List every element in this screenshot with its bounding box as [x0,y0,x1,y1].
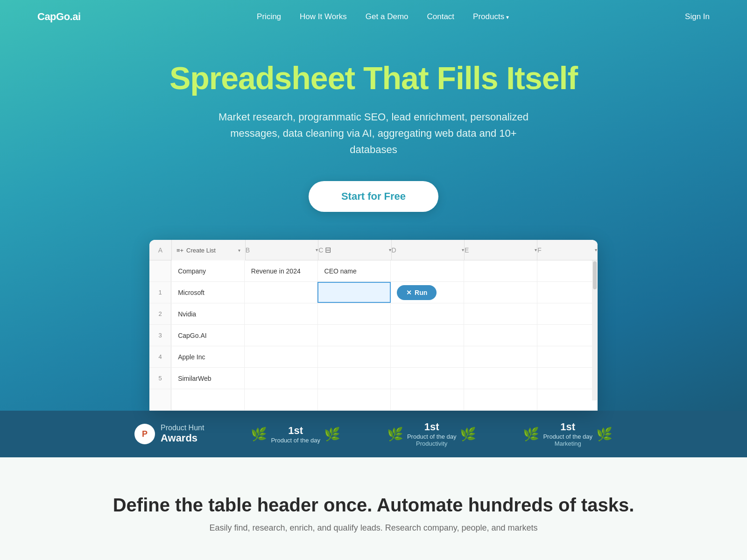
laurel-right-2: 🌿 [460,427,476,442]
award-info-2: 1st Product of the day Productivity [407,421,457,447]
row-num-4: 4 [149,346,171,367]
cell-2-f[interactable] [537,303,598,324]
cell-1-company[interactable]: Microsoft [171,282,245,303]
cell-3-ceo[interactable] [318,325,391,346]
row-label-header [149,260,171,281]
ceo-header-label: CEO name [324,267,357,275]
nav-links: Pricing How It Works Get a Demo Contact … [257,12,508,21]
award-rank-3: 1st [543,421,592,433]
logo[interactable]: CapGo.ai [37,11,81,23]
cell-2-ceo[interactable] [318,303,391,324]
company-header-label: Company [178,267,206,275]
award-label-3: Product of the day [543,433,592,440]
table-row: 5 SimilarWeb [149,368,598,389]
cell-2-revenue[interactable] [245,303,318,324]
cell-5-d[interactable] [391,368,464,389]
cell-1-revenue[interactable] [245,282,318,303]
col-d-dropdown-icon: ▾ [462,247,464,252]
cell-5-ceo[interactable] [318,368,391,389]
award-label-2: Product of the day [407,433,457,440]
award-badge-2: 🌿 1st Product of the day Productivity 🌿 [387,421,477,447]
award-badge-1: 🌿 1st Product of the day 🌿 [251,425,340,444]
filter-icon: ⊟ [325,245,331,254]
cell-4-revenue[interactable] [245,346,318,367]
cell-2-d[interactable] [391,303,464,324]
nav-item-how-it-works[interactable]: How It Works [300,12,347,21]
create-list-label: Create List [186,247,216,254]
cell-f-header [537,260,598,281]
cell-5-e[interactable] [464,368,537,389]
product-hunt-info: Product Hunt Awards [161,424,204,444]
col-b-dropdown-icon: ▾ [316,247,318,252]
col-header-a: A [149,240,172,260]
create-list-button[interactable]: ≡+ Create List ▾ [172,240,246,260]
signin-button[interactable]: Sign In [685,12,710,21]
laurel-left-3: 🌿 [523,427,539,442]
nav-item-contact[interactable]: Contact [427,12,455,21]
hero-title: Spreadsheet That Fills Itself [169,61,578,96]
laurel-right-3: 🌿 [596,427,613,442]
hero-subtitle: Market research, programmatic SEO, lead … [215,109,532,158]
cell-5-company[interactable]: SimilarWeb [171,368,245,389]
table-row-empty [149,389,598,411]
award-badge-3: 🌿 1st Product of the day Marketing 🌿 [523,421,613,447]
laurel-left-2: 🌿 [387,427,403,442]
col-header-f: F ▾ [537,240,598,260]
award-label-1: Product of the day [271,437,320,444]
bottom-title: Define the table header once. Automate h… [0,495,747,516]
award-info-3: 1st Product of the day Marketing [543,421,592,447]
row-num-2: 2 [149,303,171,324]
cell-2-company[interactable]: Nvidia [171,303,245,324]
cell-4-ceo[interactable] [318,346,391,367]
cell-e-header [464,260,537,281]
cell-4-f[interactable] [537,346,598,367]
cell-3-e[interactable] [464,325,537,346]
product-hunt-label: Product Hunt [161,424,204,432]
table-row: 3 CapGo.AI [149,325,598,346]
list-icon: ≡+ [176,247,183,254]
cell-4-company[interactable]: Apple Inc [171,346,245,367]
cell-3-company[interactable]: CapGo.AI [171,325,245,346]
col-e-dropdown-icon: ▾ [535,247,537,252]
scrollbar-thumb[interactable] [593,261,597,289]
run-button[interactable]: ✕ Run [397,285,437,300]
cell-5-revenue[interactable] [245,368,318,389]
col-f-dropdown-icon: ▾ [595,247,597,252]
cell-1-f[interactable] [537,282,598,303]
spreadsheet-demo: A ≡+ Create List ▾ B ▾ C ⊟ ▾ D ▾ E [149,240,598,411]
row-num-5: 5 [149,368,171,389]
cell-3-revenue[interactable] [245,325,318,346]
bottom-subtitle: Easily find, research, enrich, and quali… [0,523,747,533]
nav-item-get-a-demo[interactable]: Get a Demo [366,12,409,21]
cell-1-ceo[interactable]: ✕ Run [317,282,391,303]
cell-4-e[interactable] [464,346,537,367]
revenue-header-label: Revenue in 2024 [251,267,301,275]
cell-4-d[interactable] [391,346,464,367]
awards-label: Awards [161,432,204,444]
scrollbar[interactable] [592,260,598,400]
product-hunt-icon: P [134,424,155,444]
cell-1-e[interactable] [464,282,537,303]
laurel-left-1: 🌿 [251,427,267,442]
cell-d-header [391,260,464,281]
nav-item-products[interactable]: Products [473,12,508,21]
cell-5-f[interactable] [537,368,598,389]
nav-item-pricing[interactable]: Pricing [257,12,281,21]
navbar: CapGo.ai Pricing How It Works Get a Demo… [0,0,747,34]
product-hunt-badge: P Product Hunt Awards [134,424,204,444]
bottom-section: Define the table header once. Automate h… [0,457,747,560]
award-rank-1: 1st [271,425,320,437]
cell-2-e[interactable] [464,303,537,324]
award-category-3: Marketing [543,440,592,447]
cta-button[interactable]: Start for Free [309,181,438,212]
table-row: 1 Microsoft ✕ Run [149,282,598,303]
col-header-c: C ⊟ ▾ [318,240,391,260]
col-c-dropdown-icon: ▾ [389,247,391,252]
cell-3-d[interactable] [391,325,464,346]
table-row: 4 Apple Inc [149,346,598,368]
award-info-1: 1st Product of the day [271,425,320,444]
spreadsheet-header: A ≡+ Create List ▾ B ▾ C ⊟ ▾ D ▾ E [149,240,598,260]
table-row: 2 Nvidia [149,303,598,325]
col-header-b: B ▾ [246,240,318,260]
cell-3-f[interactable] [537,325,598,346]
